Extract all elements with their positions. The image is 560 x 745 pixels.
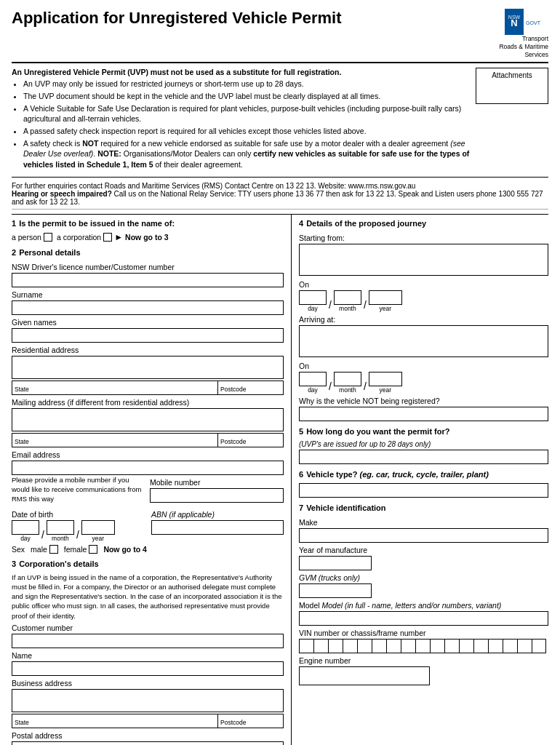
person-option: a person: [12, 233, 52, 242]
mail-state-cell: State: [12, 433, 218, 447]
corp-desc: If an UVP is being issued in the name of…: [12, 573, 284, 621]
email-input[interactable]: [12, 461, 284, 475]
bullet-4: A passed safety check inspection report …: [23, 126, 470, 137]
male-option: male: [31, 545, 58, 554]
female-checkbox[interactable]: [89, 545, 97, 554]
abn-input[interactable]: [151, 520, 284, 535]
vin-cell-17[interactable]: [532, 639, 546, 653]
dob-day-input[interactable]: [12, 520, 39, 535]
dob-month-label: month: [47, 535, 74, 542]
goto-3: Now go to 3: [125, 233, 169, 242]
corporation-label: a corporation: [57, 233, 101, 242]
on2-month-input[interactable]: [334, 372, 361, 386]
biz-state-label: State: [15, 719, 29, 726]
abn-label: ABN (if applicable): [151, 510, 284, 519]
vin-cell-9[interactable]: [415, 639, 430, 653]
vin-cell-2[interactable]: [313, 639, 328, 653]
arriving-at-input[interactable]: [299, 325, 548, 357]
dob-date-row: day / month / year: [12, 520, 144, 542]
vin-cell-4[interactable]: [343, 639, 357, 653]
on1-day-input[interactable]: [299, 290, 327, 305]
vin-cell-6[interactable]: [372, 639, 386, 653]
dob-month-input[interactable]: [47, 520, 74, 535]
business-address-label: Business address: [12, 679, 284, 688]
surname-label: Surname: [12, 290, 284, 299]
vin-cell-13[interactable]: [473, 639, 488, 653]
on1-month-input[interactable]: [334, 290, 361, 305]
residential-address-input[interactable]: [12, 356, 284, 379]
vin-cell-10[interactable]: [430, 639, 444, 653]
permit-duration-input[interactable]: [299, 450, 548, 464]
make-input[interactable]: [299, 528, 548, 543]
vin-cell-11[interactable]: [444, 639, 459, 653]
section-4: 4 Details of the proposed journey Starti…: [299, 219, 548, 421]
business-address-input[interactable]: [12, 689, 284, 712]
on1-year-input[interactable]: [369, 290, 402, 305]
on1-slash-1: /: [328, 298, 332, 312]
mailing-address-input[interactable]: [12, 408, 284, 431]
vin-cell-5[interactable]: [357, 639, 372, 653]
dob-year-input[interactable]: [81, 520, 115, 535]
male-label: male: [31, 545, 47, 554]
on-block-2: On day / month /: [299, 362, 548, 394]
res-postcode-cell: Postcode: [218, 381, 284, 395]
mobile-input[interactable]: [150, 488, 284, 503]
vin-cell-7[interactable]: [386, 639, 401, 653]
person-checkbox[interactable]: [44, 233, 52, 242]
on2-slash-2: /: [363, 379, 367, 394]
given-names-label: Given names: [12, 318, 284, 327]
engine-input[interactable]: [299, 666, 430, 685]
intro-bold: An Unregistered Vehicle Permit (UVP) mus…: [12, 68, 341, 76]
sex-row: Sex male female Now go to 4: [12, 545, 284, 554]
main-content: 1 Is the permit to be issued in the name…: [12, 214, 548, 745]
corp-name-input[interactable]: [12, 661, 284, 676]
on2-year-input[interactable]: [369, 372, 402, 386]
corp-customer-number-input[interactable]: [12, 634, 284, 648]
left-column: 1 Is the permit to be issued in the name…: [12, 215, 292, 745]
licence-label: NSW Driver's licence number/Customer num…: [12, 263, 284, 271]
vin-cell-1[interactable]: [299, 639, 313, 653]
why-input[interactable]: [299, 407, 548, 421]
dob-year-label: year: [81, 535, 115, 542]
section-7-num: 7: [299, 503, 303, 512]
model-label: Model Model (in full - name, letters and…: [299, 601, 548, 610]
vin-cell-12[interactable]: [459, 639, 473, 653]
male-checkbox[interactable]: [49, 545, 58, 554]
year-manufacture-input[interactable]: [299, 556, 372, 570]
corporation-checkbox[interactable]: [103, 233, 112, 242]
model-input[interactable]: [299, 611, 548, 626]
female-label: female: [64, 545, 87, 554]
starting-from-input[interactable]: [299, 244, 548, 276]
licence-input[interactable]: [12, 273, 284, 287]
vin-cell-3[interactable]: [328, 639, 343, 653]
logo-text: Transport Roads & Maritime Services: [499, 35, 548, 59]
vin-cell-8[interactable]: [401, 639, 415, 653]
bullet-3: A Vehicle Suitable for Safe Use Declarat…: [23, 103, 470, 124]
gvm-input[interactable]: [299, 583, 372, 598]
biz-state-postcode-row: State Postcode: [12, 714, 284, 728]
section-3-num: 3: [12, 559, 16, 568]
given-names-input[interactable]: [12, 328, 284, 343]
res-state-cell: State: [12, 381, 218, 395]
vin-cell-16[interactable]: [517, 639, 532, 653]
dob-day-wrap: day: [12, 520, 39, 542]
on-block-1: On day / month /: [299, 280, 548, 312]
mailing-address-label: Mailing address (if different from resid…: [12, 398, 284, 407]
surname-input[interactable]: [12, 300, 284, 315]
contact-line1: For further enquiries contact Roads and …: [12, 182, 548, 190]
vehicle-type-input[interactable]: [299, 483, 548, 498]
corporation-option: a corporation ► Now go to 3: [57, 232, 169, 242]
section-4-title: Details of the proposed journey: [306, 219, 426, 228]
postal-address-input[interactable]: [12, 741, 284, 745]
cust-num-label: Customer number: [12, 624, 284, 632]
section-5-num: 5: [299, 427, 303, 436]
mail-state-label: State: [15, 438, 29, 445]
biz-postcode-cell: Postcode: [218, 714, 284, 728]
section-7-title: Vehicle identification: [306, 503, 385, 512]
on2-date-row: day / month / year: [299, 372, 548, 394]
person-label: a person: [12, 233, 41, 242]
on2-day-input[interactable]: [299, 372, 327, 386]
on1-date-row: day / month / year: [299, 290, 548, 312]
vin-cell-14[interactable]: [488, 639, 503, 653]
vin-cell-15[interactable]: [503, 639, 517, 653]
